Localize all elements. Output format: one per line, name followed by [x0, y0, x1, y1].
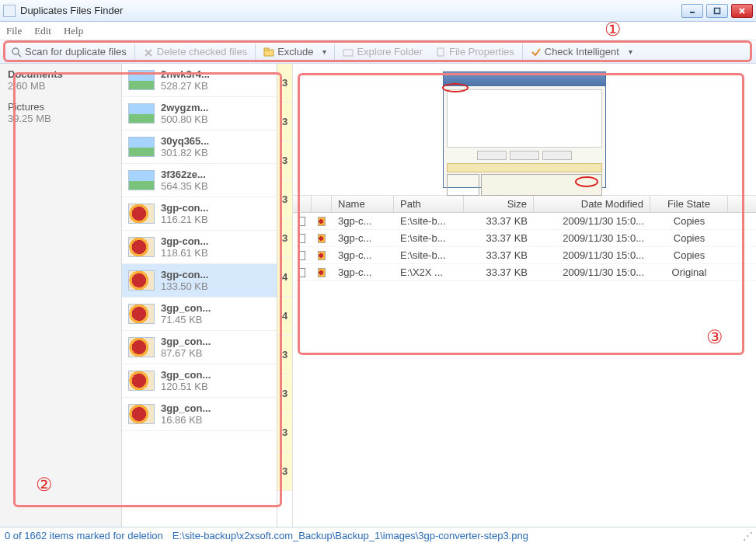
scan-label: Scan for duplicate files [25, 46, 127, 57]
file-size: 116.21 KB [161, 214, 270, 225]
folder-list: Documents 2.60 MB Pictures 39.25 MB [0, 64, 122, 527]
scan-button[interactable]: Scan for duplicate files [5, 44, 133, 60]
file-item[interactable]: 2wygzm... 500.80 KB [122, 97, 277, 131]
file-size: 87.67 KB [161, 347, 270, 359]
file-name: 2nwk3r4... [161, 68, 270, 80]
window-title: Duplicates Files Finder [20, 5, 681, 16]
menu-file[interactable]: File [6, 25, 22, 37]
explore-button: Explore Folder [336, 44, 429, 60]
file-name: 3gp_con... [161, 302, 270, 314]
duplicate-count: 3 [277, 452, 292, 491]
folder-pictures[interactable]: Pictures 39.25 MB [0, 96, 121, 129]
delete-button: Delete checked files [137, 44, 253, 60]
table-row[interactable]: 3gp-c... E:\site-b... 33.37 KB 2009/11/3… [293, 247, 756, 264]
file-item[interactable]: 30yq365... 301.82 KB [122, 131, 277, 164]
search-icon [11, 47, 22, 57]
menu-help[interactable]: Help [64, 25, 83, 37]
col-size[interactable]: Size [464, 196, 534, 212]
folder-size: 39.25 MB [8, 113, 113, 124]
row-path: E:\site-b... [394, 248, 464, 263]
table-row[interactable]: 3gp-c... E:\site-b... 33.37 KB 2009/11/3… [293, 213, 756, 230]
row-state: Copies [650, 231, 728, 245]
status-path: E:\site-backup\x2xsoft.com_Backup\Backup… [172, 530, 528, 541]
row-date: 2009/11/30 15:0... [534, 214, 650, 228]
col-date[interactable]: Date Modified [534, 196, 650, 212]
check-intelligent-button[interactable]: Check Intelligent ▾ [524, 44, 639, 60]
detail-pane: Name Path Size Date Modified File State … [293, 64, 756, 527]
col-name[interactable]: Name [332, 196, 394, 212]
file-thumbnail-icon [128, 404, 155, 424]
row-name: 3gp-c... [332, 214, 394, 228]
image-preview [443, 71, 606, 188]
main-area: Documents 2.60 MB Pictures 39.25 MB 2nwk… [0, 64, 756, 527]
chevron-down-icon: ▾ [322, 47, 326, 56]
table-row[interactable]: 3gp-c... E:\site-b... 33.37 KB 2009/11/3… [293, 230, 756, 247]
row-path: E:\site-b... [394, 231, 464, 245]
file-size: 133.50 KB [161, 280, 270, 292]
close-button[interactable] [731, 4, 753, 18]
file-size: 301.82 KB [161, 147, 270, 158]
file-thumbnail-icon [128, 137, 155, 157]
folder-name: Documents [8, 68, 113, 80]
row-checkbox[interactable] [299, 251, 305, 260]
file-thumbnail-icon [128, 337, 155, 357]
file-name: 3gp-con... [161, 202, 270, 214]
row-state: Original [650, 265, 728, 280]
file-thumbnail-icon [128, 70, 155, 90]
title-bar: Duplicates Files Finder [0, 0, 756, 22]
file-size: 528.27 KB [161, 80, 270, 92]
window-controls [681, 4, 753, 18]
file-size: 16.86 KB [161, 414, 270, 426]
duplicate-count: 4 [277, 258, 292, 297]
file-item[interactable]: 3gp_con... 87.67 KB [122, 331, 277, 364]
file-size: 564.35 KB [161, 180, 270, 192]
svg-rect-9 [264, 48, 269, 50]
file-item[interactable]: 3gp-con... 116.21 KB [122, 197, 277, 231]
explore-label: Explore Folder [357, 46, 423, 57]
row-thumbnail-icon [318, 251, 326, 260]
exclude-button[interactable]: Exclude ▾ [257, 44, 333, 60]
row-name: 3gp-c... [332, 231, 394, 245]
file-item[interactable]: 3gp_con... 16.86 KB [122, 398, 277, 431]
duplicate-count-column: 33333443333 [277, 64, 293, 527]
file-item[interactable]: 2nwk3r4... 528.27 KB [122, 64, 277, 97]
row-checkbox[interactable] [299, 234, 305, 243]
file-item[interactable]: 3gp-con... 133.50 KB [122, 264, 277, 298]
svg-rect-10 [343, 50, 353, 56]
svg-line-5 [18, 54, 21, 57]
table-row[interactable]: 3gp-c... E:\X2X ... 33.37 KB 2009/11/30 … [293, 264, 756, 281]
duplicate-count: 3 [277, 413, 292, 452]
file-name: 3gp_con... [161, 336, 270, 347]
minimize-button[interactable] [681, 4, 703, 18]
delete-label: Delete checked files [157, 46, 247, 57]
file-item[interactable]: 3gp_con... 71.45 KB [122, 298, 277, 331]
col-path[interactable]: Path [394, 196, 464, 212]
maximize-button[interactable] [706, 4, 728, 18]
file-item[interactable]: 3gp_con... 120.51 KB [122, 364, 277, 398]
file-thumbnail-icon [128, 103, 155, 124]
row-state: Copies [650, 248, 728, 263]
chevron-down-icon: ▾ [629, 47, 632, 56]
row-date: 2009/11/30 15:0... [534, 248, 650, 263]
check-label: Check Intelligent [545, 46, 619, 57]
file-item[interactable]: 3gp-con... 118.61 KB [122, 231, 277, 264]
row-size: 33.37 KB [464, 265, 534, 280]
preview-area [293, 64, 756, 196]
duplicate-count: 3 [277, 64, 292, 103]
folder-documents[interactable]: Documents 2.60 MB [0, 64, 121, 96]
resize-grip[interactable]: ⋰ [743, 530, 751, 541]
duplicate-table: Name Path Size Date Modified File State … [293, 196, 756, 527]
row-name: 3gp-c... [332, 265, 394, 280]
row-path: E:\site-b... [394, 214, 464, 228]
row-checkbox[interactable] [299, 217, 305, 226]
row-checkbox[interactable] [299, 268, 305, 277]
file-item[interactable]: 3f362ze... 564.35 KB [122, 164, 277, 197]
file-thumbnail-icon [128, 204, 155, 224]
app-icon [3, 5, 16, 17]
menu-edit[interactable]: Edit [34, 25, 51, 37]
col-state[interactable]: File State [650, 196, 728, 212]
row-date: 2009/11/30 15:0... [534, 265, 650, 280]
duplicate-count: 3 [277, 219, 292, 258]
row-size: 33.37 KB [464, 248, 534, 263]
file-size: 118.61 KB [161, 247, 270, 259]
